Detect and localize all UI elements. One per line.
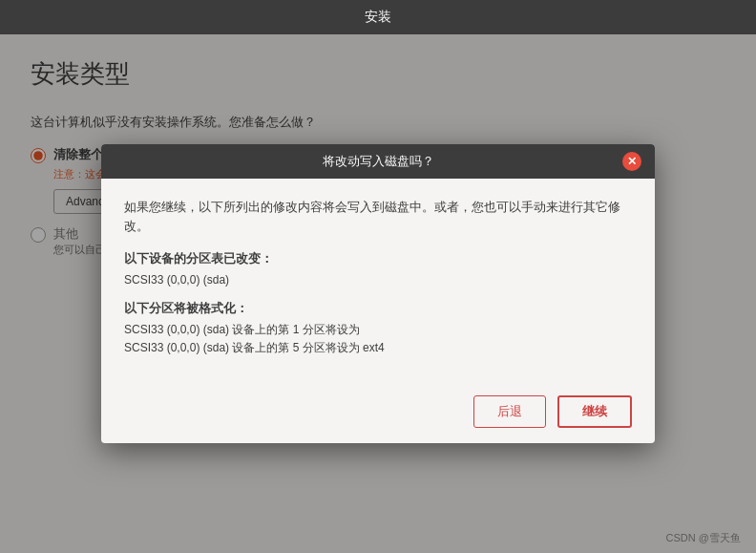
modal-section1-item1: SCSI33 (0,0,0) (sda) (124, 271, 632, 289)
modal-header: 将改动写入磁盘吗？ ✕ (101, 144, 655, 179)
modal-dialog: 将改动写入磁盘吗？ ✕ 如果您继续，以下所列出的修改内容将会写入到磁盘中。或者，… (101, 144, 655, 444)
modal-section2-title: 以下分区将被格式化： (124, 301, 632, 317)
modal-title: 将改动写入磁盘吗？ (134, 153, 622, 170)
continue-button[interactable]: 继续 (557, 395, 632, 428)
modal-intro-text: 如果您继续，以下所列出的修改内容将会写入到磁盘中。或者，您也可以手动来进行其它修… (124, 198, 632, 236)
modal-section2: 以下分区将被格式化： SCSI33 (0,0,0) (sda) 设备上的第 1 … (124, 301, 632, 357)
window-title: 安装 (365, 9, 391, 26)
modal-overlay: 将改动写入磁盘吗？ ✕ 如果您继续，以下所列出的修改内容将会写入到磁盘中。或者，… (0, 34, 756, 553)
modal-body: 如果您继续，以下所列出的修改内容将会写入到磁盘中。或者，您也可以手动来进行其它修… (101, 179, 655, 385)
modal-close-button[interactable]: ✕ (622, 152, 641, 171)
main-content: 安装类型 这台计算机似乎没有安装操作系统。您准备怎么做？ 清除整个磁盘并安装 U… (0, 34, 756, 553)
modal-footer: 后退 继续 (101, 384, 655, 443)
modal-section2-item1: SCSI33 (0,0,0) (sda) 设备上的第 1 分区将设为 (124, 321, 632, 339)
modal-section2-item2: SCSI33 (0,0,0) (sda) 设备上的第 5 分区将设为 ext4 (124, 339, 632, 357)
modal-section1: 以下设备的分区表已改变： SCSI33 (0,0,0) (sda) (124, 251, 632, 289)
back-button[interactable]: 后退 (473, 395, 546, 428)
modal-section1-title: 以下设备的分区表已改变： (124, 251, 632, 267)
title-bar: 安装 (0, 0, 756, 34)
